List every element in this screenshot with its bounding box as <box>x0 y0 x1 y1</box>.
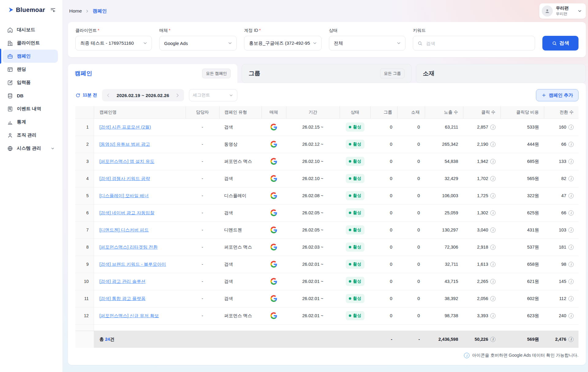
sidebar-item-organization[interactable]: 조직 관리 <box>2 129 58 142</box>
google-ads-icon <box>270 141 277 146</box>
sidebar-collapse-button[interactable] <box>49 6 57 13</box>
filter-keyword: 키워드 <box>413 28 535 51</box>
info-icon[interactable]: i <box>490 176 496 181</box>
sidebar-item-system[interactable]: 시스템 관리 <box>2 142 58 155</box>
cpc-cell: 602원 <box>500 290 544 307</box>
briefcase-icon <box>7 53 13 59</box>
campaign-link[interactable]: [동영상] 유튜브 범퍼 광고 <box>100 142 150 147</box>
sidebar-item-forms[interactable]: 입력폼 <box>2 76 58 89</box>
client-select[interactable]: 최종 테스트 - 1769751160 <box>75 36 152 51</box>
info-icon[interactable]: i <box>568 125 574 130</box>
segment-select[interactable]: 세그먼트 <box>189 89 237 101</box>
info-icon[interactable]: i <box>568 296 574 301</box>
refresh-button[interactable]: 11분 전 <box>75 92 97 98</box>
info-icon[interactable]: i <box>568 159 574 164</box>
user-name: 우리편 <box>556 6 574 11</box>
chevron-down-icon <box>312 41 317 46</box>
info-icon[interactable]: i <box>568 227 574 233</box>
sidebar-item-db[interactable]: DB <box>2 89 58 102</box>
user-menu[interactable]: 우리편 우리편 <box>539 3 586 19</box>
col-manager: 담당자 <box>186 106 219 118</box>
campaign-link[interactable]: [검색] 경쟁사 키워드 공략 <box>100 176 150 181</box>
status-dot <box>349 263 351 265</box>
account-select[interactable]: 홍보용_구글애즈 (372-492-95 <box>244 36 322 51</box>
table-row: 8 [퍼포먼스맥스] 리타겟팅 전환 - 퍼포먼스 맥스 26.02.03 ~ … <box>75 239 579 256</box>
campaign-link[interactable]: [퍼포먼스맥스] 앱 설치 유도 <box>100 159 155 164</box>
info-icon[interactable]: i <box>490 245 496 250</box>
info-icon[interactable]: i <box>568 279 574 284</box>
period-cell: 26.02.12 ~ <box>286 136 340 153</box>
campaign-link[interactable]: [검색] 시즌 프로모션 (2월) <box>100 125 151 130</box>
sidebar-item-landing[interactable]: 랜딩 <box>2 63 58 76</box>
status-dot <box>349 160 351 163</box>
sidebar-item-stats[interactable]: 통계 <box>2 115 58 129</box>
row-number: 9 <box>75 256 94 273</box>
sidebar-item-clients[interactable]: 클라이언트 <box>2 36 58 50</box>
date-to: 2026.02.26 <box>146 93 169 98</box>
info-icon[interactable]: i <box>568 210 574 216</box>
sidebar-item-campaigns[interactable]: 캠페인 <box>2 50 58 63</box>
info-icon[interactable]: i <box>490 125 496 130</box>
filter-client: 클라이언트* 최종 테스트 - 1769751160 <box>75 28 152 51</box>
info-icon[interactable]: i <box>490 337 496 342</box>
info-icon[interactable]: i <box>568 176 574 181</box>
campaign-link[interactable]: [검색] 광고 관리 솔루션 <box>100 279 146 284</box>
date-prev-button[interactable] <box>104 91 113 100</box>
table-body: 1 [검색] 시즌 프로모션 (2월) - 검색 26.02.15 ~ 활성 0… <box>75 118 579 331</box>
breadcrumb-home[interactable]: Home <box>69 8 82 14</box>
add-campaign-button[interactable]: 캠페인 추가 <box>536 89 579 101</box>
info-icon[interactable]: i <box>490 193 496 198</box>
row-number: 5 <box>75 187 94 204</box>
breadcrumb-current: 캠페인 <box>92 8 107 14</box>
search-button[interactable]: 검색 <box>542 36 579 51</box>
person-icon <box>7 132 13 138</box>
table-row: 6 [검색] 네이버 광고 자동입찰 - 검색 26.02.05 ~ 활성 0 … <box>75 204 579 221</box>
tab-group[interactable]: 그룹 모든 그룹 <box>242 64 412 83</box>
info-icon[interactable]: i <box>568 262 574 267</box>
required-mark: * <box>98 28 99 33</box>
campaign-link[interactable]: [퍼포먼스맥스] 신규 유저 확보 <box>100 313 159 318</box>
keyword-input[interactable] <box>425 40 530 46</box>
date-next-button[interactable] <box>173 91 182 100</box>
sidebar-item-dashboard[interactable]: 대시보드 <box>2 23 58 36</box>
campaign-link[interactable]: [디스플레이] 모바일 배너 <box>100 193 149 198</box>
info-icon[interactable]: i <box>568 313 574 318</box>
info-icon[interactable]: i <box>490 296 496 301</box>
sidebar-item-events[interactable]: 이벤트 내역 <box>2 102 58 115</box>
campaign-link[interactable]: [검색] 네이버 광고 자동입찰 <box>100 210 155 215</box>
info-icon[interactable]: i <box>490 227 496 233</box>
info-icon[interactable]: i <box>568 142 574 147</box>
status-select[interactable]: 전체 <box>329 36 405 51</box>
google-ads-icon <box>270 244 277 249</box>
status-dot <box>349 143 351 145</box>
brand-logo[interactable]: Bluemoar <box>8 6 45 13</box>
campaign-link[interactable]: [검색] 브랜드 키워드 - 블루모아이 <box>100 262 166 267</box>
info-icon[interactable]: i <box>490 262 496 267</box>
manager-cell: - <box>186 170 219 187</box>
info-icon[interactable]: i <box>568 245 574 250</box>
chevron-right-icon <box>85 9 89 13</box>
col-index <box>75 106 94 118</box>
info-icon[interactable]: i <box>490 279 496 284</box>
info-icon[interactable]: i <box>568 193 574 198</box>
status-dot <box>349 280 351 283</box>
last-refreshed: 11분 전 <box>83 92 97 98</box>
campaign-link[interactable]: [디맨드젠] 디스커버 피드 <box>100 227 149 232</box>
info-icon[interactable]: i <box>490 313 496 318</box>
impressions-cell: 43,715 <box>425 273 463 290</box>
media-select[interactable]: Google Ads <box>159 36 237 51</box>
info-icon[interactable]: i <box>490 159 496 164</box>
sidebar-item-label: 클라이언트 <box>17 40 40 46</box>
info-icon[interactable]: i <box>490 210 496 216</box>
tab-group-chip: 모든 그룹 <box>380 69 405 78</box>
info-icon[interactable]: i <box>568 337 574 342</box>
campaign-link[interactable]: [퍼포먼스맥스] 리타겟팅 전환 <box>100 245 158 250</box>
campaign-link[interactable]: [검색] 통합 광고 플랫폼 <box>100 296 146 301</box>
campaign-type-cell: 퍼포먼스 맥스 <box>219 153 262 170</box>
manager-cell: - <box>186 136 219 153</box>
info-icon[interactable]: i <box>490 142 496 147</box>
google-ads-icon <box>270 313 277 318</box>
tab-campaign[interactable]: 캠페인 모든 캠페인 <box>68 64 237 83</box>
tab-creative[interactable]: 소재 <box>416 64 586 83</box>
status-badge: 활성 <box>346 157 364 166</box>
